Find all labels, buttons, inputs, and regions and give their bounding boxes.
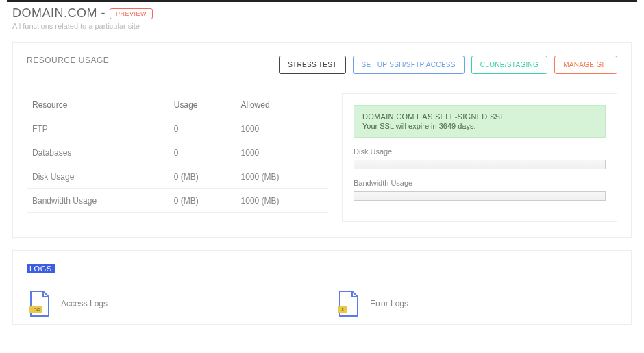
cell-resource: Databases [27, 141, 169, 165]
ssl-line1: DOMAIN.COM HAS SELF-SIGNED SSL. [362, 112, 597, 121]
ssl-banner: DOMAIN.COM HAS SELF-SIGNED SSL. Your SSL… [354, 105, 606, 138]
cell-resource: FTP [27, 117, 169, 141]
page-header: DOMAIN.COM - PREVIEW All functions relat… [0, 5, 644, 34]
col-usage: Usage [169, 93, 236, 117]
svg-text:LOG: LOG [32, 308, 40, 312]
logs-panel: LOGS LOG Access Logs X [12, 250, 632, 325]
cell-resource: Disk Usage [27, 165, 169, 189]
file-log-icon: LOG [27, 290, 51, 317]
col-resource: Resource [27, 93, 169, 117]
error-logs-label: Error Logs [370, 299, 408, 308]
access-logs-item[interactable]: LOG Access Logs [27, 290, 308, 317]
cell-allowed: 1000 [236, 117, 328, 141]
manage-git-button[interactable]: MANAGE GIT [554, 56, 617, 74]
bandwidth-usage-label: Bandwidth Usage [354, 179, 606, 187]
error-logs-item[interactable]: X Error Logs [336, 290, 617, 317]
page-title: DOMAIN.COM - [12, 6, 106, 21]
preview-badge[interactable]: PREVIEW [110, 8, 153, 19]
resource-table: Resource Usage Allowed FTP 0 1000 Databa… [27, 93, 328, 213]
resource-usage-panel: RESOURCE USAGE STRESS TEST SET UP SSH/SF… [12, 42, 632, 238]
cell-usage: 0 (MB) [169, 165, 236, 189]
cell-resource: Bandwidth Usage [27, 189, 169, 213]
resource-usage-title: RESOURCE USAGE [27, 56, 109, 65]
file-error-icon: X [336, 290, 360, 317]
access-logs-label: Access Logs [61, 299, 108, 308]
disk-usage-label: Disk Usage [354, 147, 606, 156]
page-subtitle: All functions related to a particular si… [12, 22, 632, 30]
table-row: Disk Usage 0 (MB) 1000 (MB) [27, 165, 328, 189]
table-row: FTP 0 1000 [27, 117, 328, 141]
usage-summary-panel: DOMAIN.COM HAS SELF-SIGNED SSL. Your SSL… [342, 93, 617, 222]
logs-title: LOGS [27, 264, 55, 273]
cell-usage: 0 [169, 117, 236, 141]
ssl-line2: Your SSL will expire in 3649 days. [362, 122, 597, 130]
top-stripe [7, 0, 637, 2]
cell-allowed: 1000 (MB) [236, 165, 328, 189]
clone-staging-button[interactable]: CLONE/STAGING [471, 56, 547, 74]
svg-text:X: X [341, 307, 345, 312]
cell-usage: 0 [169, 141, 236, 165]
table-row: Databases 0 1000 [27, 141, 328, 165]
bandwidth-usage-bar [354, 191, 606, 201]
ssh-sftp-button[interactable]: SET UP SSH/SFTP ACCESS [353, 56, 465, 74]
cell-allowed: 1000 [236, 141, 328, 165]
action-buttons: STRESS TEST SET UP SSH/SFTP ACCESS CLONE… [279, 56, 617, 74]
stress-test-button[interactable]: STRESS TEST [279, 56, 345, 74]
table-row: Bandwidth Usage 0 (MB) 1000 (MB) [27, 189, 328, 213]
cell-usage: 0 (MB) [169, 189, 236, 213]
col-allowed: Allowed [236, 93, 328, 117]
cell-allowed: 1000 (MB) [236, 189, 328, 213]
disk-usage-bar [354, 160, 606, 169]
